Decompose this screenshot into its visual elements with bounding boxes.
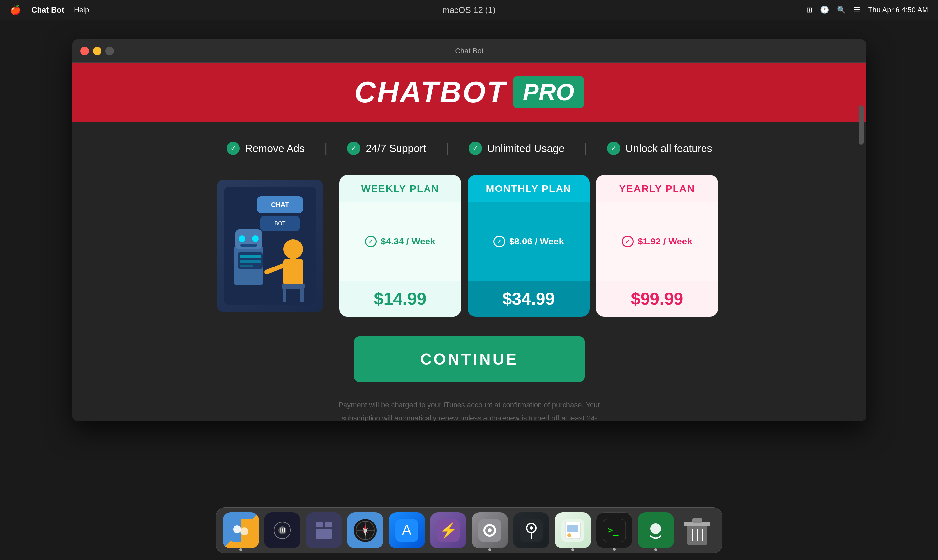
menubar-datetime: Thu Apr 6 4:50 AM (868, 6, 928, 14)
svg-point-57 (651, 523, 661, 534)
features-row: ✓ Remove Ads | ✓ 24/7 Support | ✓ Unlimi… (99, 142, 840, 155)
svg-rect-60 (692, 518, 702, 523)
svg-rect-12 (282, 284, 305, 289)
app-window-title: Chat Bot (455, 47, 483, 55)
yearly-plan-card[interactable]: YEARLY PLAN ✓ $1.92 / Week $99.99 (596, 175, 718, 317)
dock-item-reeder[interactable]: ⚡ (430, 512, 466, 548)
chatbot-title-text: CHATBOT (354, 75, 506, 109)
svg-rect-30 (316, 522, 323, 528)
weekly-price-per-week: ✓ $4.34 / Week (365, 235, 435, 248)
apple-menu-icon[interactable]: 🍎 (10, 5, 22, 15)
menubar-app-name[interactable]: Chat Bot (31, 5, 64, 14)
yearly-price-per-week: ✓ $1.92 / Week (622, 235, 692, 248)
weekly-price-per-week-label: $4.34 / Week (381, 236, 435, 247)
feature-item-unlock: ✓ Unlock all features (591, 142, 728, 155)
dock-dot-preview (571, 548, 574, 551)
plans-row: CHAT BOT (99, 175, 840, 317)
yearly-plan-footer: $99.99 (596, 281, 718, 317)
window-close-button[interactable] (80, 47, 89, 55)
yearly-plan-title: YEARLY PLAN (619, 183, 695, 194)
svg-point-45 (488, 528, 492, 532)
svg-rect-32 (316, 529, 332, 538)
feature-item-support: ✓ 24/7 Support (331, 142, 442, 155)
weekly-total-price: $14.99 (374, 289, 426, 308)
pro-badge: PRO (513, 76, 584, 108)
svg-point-7 (239, 235, 245, 242)
svg-point-8 (252, 235, 259, 242)
weekly-plan-title: WEEKLY PLAN (361, 183, 439, 194)
monthly-price-per-week-label: $8.06 / Week (509, 236, 564, 247)
dock-dot-chatbot (654, 548, 657, 551)
weekly-plan-card[interactable]: WEEKLY PLAN ✓ $4.34 / Week $14.99 (339, 175, 461, 317)
svg-rect-31 (325, 522, 332, 528)
monthly-plan-header: MONTHLY PLAN (468, 175, 589, 202)
yearly-check-icon: ✓ (622, 235, 634, 248)
app-header: CHATBOT PRO (73, 63, 866, 122)
svg-text:BOT: BOT (275, 221, 285, 226)
dock-item-trash[interactable] (679, 512, 715, 548)
dock-item-system-preferences[interactable] (472, 512, 508, 548)
dock-dot-terminal (613, 548, 616, 551)
svg-point-48 (529, 526, 533, 530)
feature-check-icon-2: ✓ (347, 142, 360, 155)
menubar-help[interactable]: Help (74, 6, 89, 14)
dock-item-launchpad[interactable]: ⊞ (264, 512, 300, 548)
dock-item-safari[interactable] (347, 512, 383, 548)
dock-item-finder[interactable] (223, 512, 259, 548)
menubar-icon-clock[interactable]: 🕐 (820, 6, 829, 14)
yearly-plan-body: ✓ $1.92 / Week (596, 202, 718, 281)
svg-rect-17 (240, 255, 261, 258)
svg-text:⚡: ⚡ (440, 522, 457, 539)
svg-rect-18 (240, 260, 261, 263)
feature-item-unlimited: ✓ Unlimited Usage (452, 142, 581, 155)
feature-divider-2: | (443, 142, 452, 155)
scroll-indicator[interactable] (859, 105, 864, 145)
dock-item-chatbot[interactable] (638, 512, 674, 548)
app-window: Chat Bot CHATBOT PRO ✓ Remove Ads | ✓ 24… (73, 40, 866, 421)
svg-point-53 (568, 533, 571, 537)
monthly-plan-card[interactable]: MONTHLY PLAN ✓ $8.06 / Week $34.99 (468, 175, 589, 317)
continue-button[interactable]: CONTINUE (354, 336, 585, 382)
dock-dot-finder (239, 548, 242, 551)
svg-text:A: A (402, 522, 411, 538)
dock-item-app-store[interactable]: A (389, 512, 425, 548)
monthly-plan-footer: $34.99 (468, 281, 589, 317)
feature-divider-1: | (321, 142, 331, 155)
robot-svg: CHAT BOT (224, 186, 316, 305)
dock-item-preview[interactable] (555, 512, 591, 548)
dock: ⊞ A ⚡ >_ (216, 507, 722, 554)
menubar-right: ⊞ 🕐 🔍 ☰ Thu Apr 6 4:50 AM (806, 6, 928, 14)
monthly-price-per-week: ✓ $8.06 / Week (494, 235, 564, 248)
svg-text:CHAT: CHAT (271, 201, 289, 208)
feature-label-support: 24/7 Support (366, 143, 426, 155)
feature-check-icon: ✓ (227, 142, 240, 155)
feature-label-unlimited: Unlimited Usage (487, 143, 565, 155)
monthly-total-price: $34.99 (502, 289, 555, 308)
svg-rect-14 (300, 289, 304, 302)
window-fullscreen-button[interactable] (105, 47, 114, 55)
menubar-left: 🍎 Chat Bot Help (10, 5, 89, 15)
weekly-plan-header: WEEKLY PLAN (339, 175, 461, 202)
svg-point-10 (283, 239, 303, 259)
menubar-icon-grid[interactable]: ⊞ (806, 6, 812, 14)
dock-item-terminal[interactable]: >_ (596, 512, 633, 548)
app-window-titlebar: Chat Bot (73, 40, 866, 63)
svg-point-23 (233, 525, 241, 533)
menubar-icon-search[interactable]: 🔍 (837, 6, 846, 14)
menubar-window-title: macOS 12 (1) (442, 5, 496, 15)
svg-text:⊞: ⊞ (279, 526, 285, 534)
app-content: ✓ Remove Ads | ✓ 24/7 Support | ✓ Unlimi… (73, 122, 866, 421)
window-minimize-button[interactable] (93, 47, 102, 55)
menubar-icon-controlcenter[interactable]: ☰ (854, 6, 860, 14)
weekly-plan-footer: $14.99 (339, 281, 461, 317)
dock-dot-systemprefs (488, 548, 491, 551)
footer-text: Payment will be charged to your iTunes a… (321, 398, 617, 421)
dock-item-gitify[interactable] (513, 512, 549, 548)
svg-point-24 (241, 528, 248, 535)
monthly-plan-title: MONTHLY PLAN (486, 183, 571, 194)
feature-divider-3: | (581, 142, 591, 155)
monthly-plan-body: ✓ $8.06 / Week (468, 202, 589, 281)
dock-item-mission-control[interactable] (305, 512, 342, 548)
svg-rect-9 (241, 244, 257, 247)
svg-rect-19 (240, 265, 253, 267)
